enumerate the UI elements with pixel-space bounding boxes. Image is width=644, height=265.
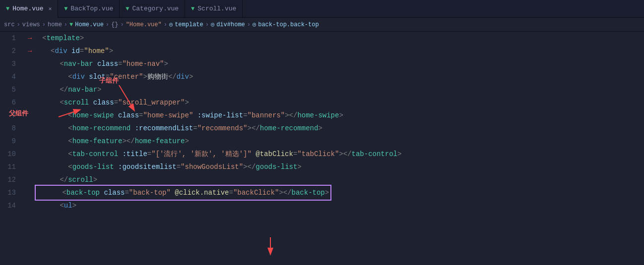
code-line-7: <home-swipe class="home-swipe" :swipe-li…	[24, 109, 401, 122]
code-area: 1 2 3 4 5 6 7 8 9 10 11 12 13 14 →	[0, 32, 401, 265]
line-num-2: 2	[0, 45, 16, 57]
line-num-13: 13	[0, 186, 16, 199]
crumb-home-dir: home	[48, 21, 62, 28]
code-line-2: → <div id="home">	[24, 45, 401, 57]
line-num-10: 10	[0, 148, 16, 160]
line-num-3: 3	[0, 57, 16, 70]
arrow-line2: →	[28, 45, 32, 57]
code-lines: → <template> → <div id="home"> <nav-bar …	[24, 32, 401, 265]
vue-icon-backtop: ▼	[64, 5, 67, 12]
breadcrumb: src › views › home › ▼ Home.vue › {} › "…	[0, 18, 644, 32]
crumb-at-icon2: ◎	[211, 21, 214, 28]
code-line-9: <home-feature></home-feature>	[24, 135, 401, 148]
crumb-at-icon: ◎	[169, 21, 173, 28]
crumb-homevue: Home.vue	[75, 21, 104, 28]
line-num-7: 7	[0, 109, 16, 122]
line-num-5: 5	[0, 83, 16, 96]
highlight-box: <back-top class="back-top" @click.native…	[35, 185, 331, 201]
vue-icon-home: ▼	[6, 5, 9, 12]
arrow-line1: →	[28, 32, 32, 45]
line-num-12: 12	[0, 173, 16, 186]
tab-category[interactable]: ▼ Category.vue	[120, 0, 185, 18]
crumb-template: template	[175, 21, 203, 28]
tab-backtop-label: BackTop.vue	[70, 5, 113, 12]
code-line-1: → <template>	[24, 32, 401, 45]
code-line-11: <goods-list :goodsitemlist="showGoodsLis…	[24, 160, 401, 173]
line-num-1: 1	[0, 32, 16, 45]
tab-home[interactable]: ▼ Home.vue ✕	[0, 0, 58, 18]
code-line-5: </nav-bar>	[24, 83, 401, 96]
crumb-backtop: back-top.back-top	[258, 21, 319, 28]
code-line-4: <div slot="center">购物街</div>	[24, 70, 401, 83]
line-num-9: 9	[0, 135, 16, 148]
code-line-8: <home-recommend :recommendList="recommen…	[24, 122, 401, 135]
tab-bar: ▼ Home.vue ✕ ▼ BackTop.vue ▼ Category.vu…	[0, 0, 644, 18]
tab-category-label: Category.vue	[132, 5, 179, 12]
crumb-homevue-str: "Home.vue"	[126, 21, 162, 28]
vue-icon-scroll: ▼	[191, 5, 194, 12]
tab-home-label: Home.vue	[12, 5, 43, 12]
tab-backtop[interactable]: ▼ BackTop.vue	[58, 0, 120, 18]
code-line-3: <nav-bar class="home-nav">	[24, 57, 401, 70]
line-num-8: 8	[0, 122, 16, 135]
line-num-11: 11	[0, 160, 16, 173]
code-area-wrapper: 1 2 3 4 5 6 7 8 9 10 11 12 13 14 →	[0, 32, 644, 265]
line-numbers: 1 2 3 4 5 6 7 8 9 10 11 12 13 14	[0, 32, 24, 265]
tab-scroll[interactable]: ▼ Scroll.vue	[185, 0, 243, 18]
code-line-14: <ul>	[24, 199, 401, 212]
crumb-at-icon3: ◎	[253, 21, 256, 28]
line-num-4: 4	[0, 70, 16, 83]
code-line-13: <back-top class="back-top" @click.native…	[24, 186, 401, 199]
crumb-src: src	[4, 21, 15, 28]
crumb-views: views	[22, 21, 40, 28]
tab-scroll-label: Scroll.vue	[197, 5, 236, 12]
code-line-10: <tab-control :title="['流行', '新款', '精选']"…	[24, 148, 401, 160]
line-num-14: 14	[0, 199, 16, 212]
crumb-braces: {}	[111, 21, 118, 28]
vue-icon-crumb: ▼	[69, 21, 73, 28]
line-num-6: 6	[0, 96, 16, 109]
tab-home-close[interactable]: ✕	[49, 5, 52, 12]
crumb-divhome: div#home	[216, 21, 245, 28]
vue-icon-category: ▼	[126, 5, 129, 12]
code-line-6: <scroll class="scroll_wrapper">	[24, 96, 401, 109]
